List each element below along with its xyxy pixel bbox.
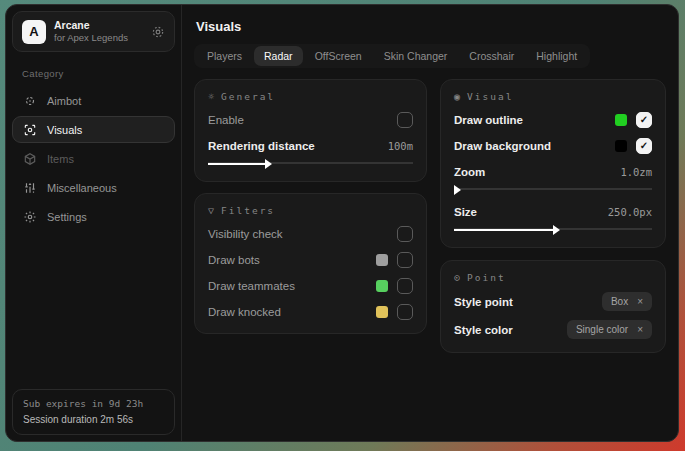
tab-crosshair[interactable]: Crosshair: [459, 46, 524, 66]
enable-label: Enable: [208, 114, 244, 126]
sidebar-item-label: Settings: [47, 211, 87, 223]
app-header-card: A Arcane for Apex Legends: [12, 11, 175, 52]
zoom-value: 1.0zm: [620, 166, 652, 178]
visibility-check-checkbox[interactable]: [397, 226, 413, 242]
row-draw-bots: Draw bots: [208, 251, 413, 268]
slider-fill: [454, 229, 553, 231]
category-label: Category: [22, 68, 175, 79]
style-point-select[interactable]: Box ×: [602, 292, 652, 311]
row-style-color: Style color Single color ×: [454, 320, 652, 339]
draw-bots-color-swatch[interactable]: [376, 254, 388, 266]
sidebar-item-settings[interactable]: Settings: [12, 203, 175, 230]
row-rendering-distance: Rendering distance 100m: [208, 137, 413, 154]
panel-title-text: Point: [467, 272, 506, 283]
tab-bar: Players Radar OffScreen Skin Changer Cro…: [194, 44, 590, 68]
row-draw-knocked: Draw knocked: [208, 303, 413, 320]
draw-teammates-color-swatch[interactable]: [376, 280, 388, 292]
rendering-distance-slider[interactable]: [208, 158, 413, 168]
sliders-icon: [23, 181, 37, 195]
sidebar-nav: Aimbot Visuals Items: [12, 87, 175, 230]
sidebar-item-label: Visuals: [47, 124, 82, 136]
style-color-chip-text: Single color: [576, 324, 628, 335]
row-style-point: Style point Box ×: [454, 292, 652, 311]
tab-highlight[interactable]: Highlight: [526, 46, 587, 66]
draw-outline-checkbox[interactable]: ✓: [636, 112, 652, 128]
draw-background-checkbox[interactable]: ✓: [636, 138, 652, 154]
draw-knocked-label: Draw knocked: [208, 306, 281, 318]
draw-teammates-checkbox[interactable]: [397, 278, 413, 294]
tab-skin-changer[interactable]: Skin Changer: [374, 46, 458, 66]
panel-point: ⊙ Point Style point Box × Style color: [440, 260, 666, 353]
left-column: ☼ General Enable Rendering distance 100m: [194, 79, 427, 334]
draw-bots-checkbox[interactable]: [397, 252, 413, 268]
panel-visual: ◉ Visual Draw outline ✓ Draw background …: [440, 79, 666, 248]
row-draw-outline: Draw outline ✓: [454, 111, 652, 128]
panel-title-text: General: [221, 91, 275, 102]
panel-filters-title: ▽ Filters: [208, 205, 413, 216]
row-zoom: Zoom 1.0zm: [454, 163, 652, 180]
zoom-label: Zoom: [454, 166, 485, 178]
row-enable: Enable: [208, 111, 413, 128]
slider-fill: [208, 163, 265, 165]
sidebar-item-miscellaneous[interactable]: Miscellaneous: [12, 174, 175, 201]
app-meta: Arcane for Apex Legends: [54, 19, 143, 44]
session-info-card: Sub expires in 9d 23h Session duration 2…: [12, 389, 175, 435]
row-draw-background: Draw background ✓: [454, 137, 652, 154]
sidebar-item-label: Items: [47, 153, 74, 165]
sidebar-item-aimbot[interactable]: Aimbot: [12, 87, 175, 114]
draw-outline-label: Draw outline: [454, 114, 523, 126]
panel-visual-title: ◉ Visual: [454, 91, 652, 102]
panel-title-text: Visual: [467, 91, 513, 102]
row-visibility-check: Visibility check: [208, 225, 413, 242]
app-title: Arcane: [54, 19, 143, 32]
tab-radar[interactable]: Radar: [254, 46, 303, 66]
right-column: ◉ Visual Draw outline ✓ Draw background …: [440, 79, 666, 353]
crosshair-icon: [23, 94, 37, 108]
enable-checkbox[interactable]: [397, 112, 413, 128]
eye-scan-icon: [23, 123, 37, 137]
settings-gear-icon[interactable]: [151, 25, 165, 39]
sun-icon: ☼: [208, 91, 214, 102]
sidebar-item-label: Miscellaneous: [47, 182, 117, 194]
panel-general: ☼ General Enable Rendering distance 100m: [194, 79, 427, 182]
close-icon[interactable]: ×: [637, 296, 643, 307]
draw-background-color-swatch[interactable]: [615, 140, 627, 152]
panel-point-title: ⊙ Point: [454, 272, 652, 283]
size-slider[interactable]: [454, 224, 652, 234]
sidebar: A Arcane for Apex Legends Category Aimbo…: [6, 5, 182, 441]
tab-players[interactable]: Players: [197, 46, 252, 66]
session-duration-text: Session duration 2m 56s: [23, 412, 164, 428]
zoom-slider[interactable]: [454, 184, 652, 194]
size-value: 250.0px: [608, 206, 652, 218]
panel-general-title: ☼ General: [208, 91, 413, 102]
draw-background-label: Draw background: [454, 140, 551, 152]
style-point-chip-text: Box: [611, 296, 628, 307]
draw-bots-label: Draw bots: [208, 254, 260, 266]
visibility-check-label: Visibility check: [208, 228, 283, 240]
gear-icon: [23, 210, 37, 224]
main-content: Visuals Players Radar OffScreen Skin Cha…: [182, 5, 678, 441]
sidebar-item-visuals[interactable]: Visuals: [12, 116, 175, 143]
page-title: Visuals: [196, 19, 666, 34]
cube-icon: [23, 152, 37, 166]
style-color-label: Style color: [454, 324, 513, 336]
draw-knocked-color-swatch[interactable]: [376, 306, 388, 318]
draw-teammates-label: Draw teammates: [208, 280, 295, 292]
app-subtitle: for Apex Legends: [54, 32, 143, 44]
style-color-select[interactable]: Single color ×: [567, 320, 652, 339]
app-window: A Arcane for Apex Legends Category Aimbo…: [5, 4, 679, 442]
tab-offscreen[interactable]: OffScreen: [305, 46, 372, 66]
eye-icon: ◉: [454, 91, 460, 102]
rendering-distance-value: 100m: [388, 140, 413, 152]
app-logo: A: [22, 20, 46, 44]
draw-knocked-checkbox[interactable]: [397, 304, 413, 320]
sub-expires-text: Sub expires in 9d 23h: [23, 397, 164, 412]
row-size: Size 250.0px: [454, 203, 652, 220]
sidebar-item-items[interactable]: Items: [12, 145, 175, 172]
draw-outline-color-swatch[interactable]: [615, 114, 627, 126]
panels-area: ☼ General Enable Rendering distance 100m: [194, 79, 666, 353]
dot-icon: ⊙: [454, 272, 460, 283]
size-label: Size: [454, 206, 477, 218]
row-draw-teammates: Draw teammates: [208, 277, 413, 294]
close-icon[interactable]: ×: [637, 324, 643, 335]
